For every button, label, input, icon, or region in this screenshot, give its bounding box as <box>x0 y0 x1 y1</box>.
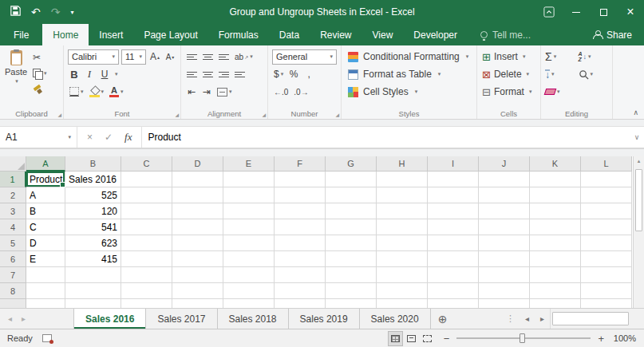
minimize-button[interactable] <box>563 0 590 24</box>
merge-center-button[interactable]: ▾ <box>215 84 234 100</box>
cell-I7[interactable] <box>428 267 479 283</box>
cell-B7[interactable] <box>65 267 121 283</box>
cut-button[interactable]: ✂ <box>33 51 47 64</box>
decrease-font-size-button[interactable]: A▾ <box>164 49 176 65</box>
cell-H8[interactable] <box>377 283 428 299</box>
row-header-2[interactable]: 2 <box>0 187 26 203</box>
number-dialog-launcher[interactable]: ◢ <box>335 112 339 117</box>
cell-J1[interactable] <box>479 172 530 187</box>
cell-J4[interactable] <box>479 219 530 235</box>
cell-J5[interactable] <box>479 235 530 251</box>
increase-decimal-button[interactable]: ←.0 <box>272 84 290 100</box>
fill-color-button[interactable]: ▾ <box>88 84 106 100</box>
column-header-D[interactable]: D <box>172 156 223 172</box>
cell-B2[interactable]: 525 <box>65 187 121 203</box>
cell-L-filler[interactable] <box>581 299 632 308</box>
cell-G-filler[interactable] <box>326 299 377 308</box>
cell-I2[interactable] <box>428 187 479 203</box>
save-button[interactable] <box>10 6 21 18</box>
tab-splitter-handle[interactable]: ⋮ <box>501 309 520 329</box>
row-header-1[interactable]: 1 <box>0 172 26 187</box>
cell-E3[interactable] <box>223 203 275 219</box>
redo-button[interactable]: ↷ <box>51 6 61 18</box>
zoom-level[interactable]: 100% <box>610 333 644 343</box>
share-button[interactable]: Share <box>581 24 644 45</box>
maximize-button[interactable] <box>590 0 617 24</box>
column-header-E[interactable]: E <box>223 156 275 172</box>
comma-style-button[interactable]: , <box>302 66 315 82</box>
decrease-decimal-button[interactable]: .0→ <box>292 84 310 100</box>
zoom-in-button[interactable]: + <box>598 333 604 345</box>
cell-E1[interactable] <box>223 172 275 187</box>
cell-L7[interactable] <box>581 267 632 283</box>
sheet-tab-sales-2020[interactable]: Sales 2020 <box>360 309 431 329</box>
cell-A1[interactable]: Product <box>26 172 65 187</box>
percent-style-button[interactable]: % <box>287 66 300 82</box>
horizontal-scrollbar[interactable] <box>550 309 644 329</box>
cell-I8[interactable] <box>428 283 479 299</box>
cell-A-filler[interactable] <box>26 299 65 308</box>
cell-C-filler[interactable] <box>121 299 172 308</box>
cell-I3[interactable] <box>428 203 479 219</box>
cell-B8[interactable] <box>65 283 121 299</box>
cell-H5[interactable] <box>377 235 428 251</box>
cell-C4[interactable] <box>121 219 172 235</box>
vscroll-thumb[interactable] <box>635 169 642 231</box>
cell-G1[interactable] <box>326 172 377 187</box>
cell-L5[interactable] <box>581 235 632 251</box>
cell-J8[interactable] <box>479 283 530 299</box>
cell-E-filler[interactable] <box>223 299 275 308</box>
cell-E4[interactable] <box>223 219 275 235</box>
cell-K2[interactable] <box>530 187 581 203</box>
collapse-ribbon-button[interactable]: ∧ <box>633 108 638 116</box>
cell-K1[interactable] <box>530 172 581 187</box>
row-header-4[interactable]: 4 <box>0 219 26 235</box>
cell-G7[interactable] <box>326 267 377 283</box>
column-header-C[interactable]: C <box>121 156 172 172</box>
name-box[interactable]: A1 ▾ <box>0 127 77 148</box>
sheet-scroll-left-button[interactable]: ◂ <box>8 314 12 323</box>
cell-L6[interactable] <box>581 251 632 267</box>
macro-record-icon[interactable] <box>42 334 52 342</box>
cell-G4[interactable] <box>326 219 377 235</box>
cell-G5[interactable] <box>326 235 377 251</box>
page-layout-view-button[interactable] <box>405 332 418 345</box>
format-as-table-button[interactable]: Format as Table ▾ <box>344 65 474 83</box>
zoom-out-button[interactable]: − <box>444 333 450 345</box>
cell-H3[interactable] <box>377 203 428 219</box>
cell-D3[interactable] <box>172 203 223 219</box>
zoom-slider[interactable] <box>456 337 591 339</box>
cell-J3[interactable] <box>479 203 530 219</box>
select-all-corner[interactable] <box>0 156 26 172</box>
column-header-G[interactable]: G <box>326 156 377 172</box>
ribbon-tab-insert[interactable]: Insert <box>89 24 133 45</box>
cell-G3[interactable] <box>326 203 377 219</box>
column-header-I[interactable]: I <box>428 156 479 172</box>
cell-K4[interactable] <box>530 219 581 235</box>
cancel-button[interactable]: × <box>87 132 93 143</box>
cell-J-filler[interactable] <box>479 299 530 308</box>
cell-F3[interactable] <box>275 203 326 219</box>
fill-button[interactable]: ↓▾ <box>545 69 575 80</box>
column-header-B[interactable]: B <box>65 156 121 172</box>
cell-E2[interactable] <box>223 187 275 203</box>
cell-H6[interactable] <box>377 251 428 267</box>
row-header-8[interactable]: 8 <box>0 283 26 299</box>
cell-H1[interactable] <box>377 172 428 187</box>
cell-D7[interactable] <box>172 267 223 283</box>
format-painter-button[interactable] <box>33 83 47 96</box>
row-header-5[interactable]: 5 <box>0 235 26 251</box>
align-center-button[interactable] <box>201 66 215 82</box>
cell-D1[interactable] <box>172 172 223 187</box>
close-button[interactable]: × <box>617 0 644 24</box>
cell-C1[interactable] <box>121 172 172 187</box>
accounting-format-button[interactable]: $▾ <box>272 66 285 82</box>
cell-A5[interactable]: D <box>26 235 65 251</box>
find-select-button[interactable]: ▾ <box>579 69 609 80</box>
cell-G8[interactable] <box>326 283 377 299</box>
conditional-formatting-button[interactable]: Conditional Formatting ▾ <box>344 48 474 65</box>
cell-L4[interactable] <box>581 219 632 235</box>
cell-F8[interactable] <box>275 283 326 299</box>
expand-formula-bar-button[interactable]: ∨ <box>630 127 644 148</box>
row-header-6[interactable]: 6 <box>0 251 26 267</box>
